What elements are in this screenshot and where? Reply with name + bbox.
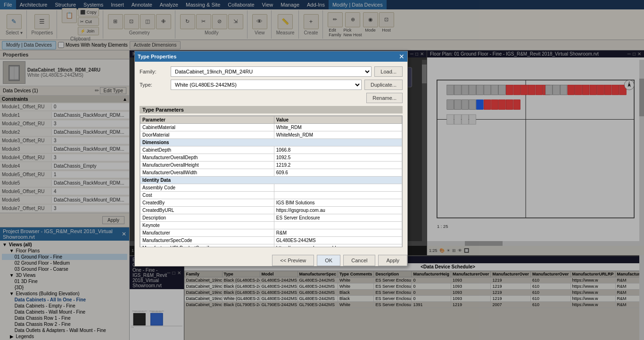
modal-param-name: CreatedByURL [140, 207, 274, 214]
type-properties-modal: Type Properties ✕ Family: DataCabinet_19… [134, 51, 408, 267]
modal-param-name: CreatedBy [140, 199, 274, 207]
modal-duplicate-btn[interactable]: Duplicate... [364, 80, 403, 90]
modal-param-row[interactable]: Identity Data [140, 177, 402, 184]
modal-param-row[interactable]: CabinetDepth1066.8 [140, 146, 402, 154]
modal-param-row[interactable]: Dimensions [140, 139, 402, 146]
modal-type-label: Type: [140, 82, 168, 88]
modal-param-name: ManufacturerOverallWidth [140, 169, 274, 177]
modal-param-value[interactable]: 1219.2 [274, 162, 402, 169]
modal-param-name: ManufacturerURLProductSpecif [140, 244, 274, 248]
modal-col-value: Value [274, 116, 402, 124]
modal-param-name: ManufacturerOverallHeight [140, 162, 274, 169]
modal-param-section-name: Identity Data [140, 177, 402, 184]
modal-param-name: Keynote [140, 222, 274, 229]
modal-param-value[interactable]: 609.6 [274, 169, 402, 177]
modal-rename-row: Rename... [140, 93, 403, 103]
modal-col-parameter: Parameter [140, 116, 274, 124]
modal-family-select[interactable]: DataCabinet_19inch_RDM_24RU [171, 66, 372, 77]
modal-params-scroll[interactable]: Parameter Value CabinetMaterialWhite_RDM… [140, 115, 403, 247]
modal-param-row[interactable]: CreatedByURLhttps://igsgroup.com.au [140, 207, 402, 214]
modal-body: Family: DataCabinet_19inch_RDM_24RU Load… [135, 62, 407, 252]
modal-param-value[interactable] [274, 184, 402, 192]
modal-param-value[interactable]: White_RDM [274, 124, 402, 131]
modal-load-btn[interactable]: Load... [374, 66, 403, 77]
modal-titlebar: Type Properties ✕ [135, 51, 407, 62]
modal-param-value[interactable]: 1092.5 [274, 154, 402, 162]
modal-param-value[interactable]: R&M [274, 229, 402, 237]
modal-type-row: Type: White (GL480ES-2442MS) Duplicate..… [140, 80, 403, 90]
modal-params-table: Parameter Value CabinetMaterialWhite_RDM… [140, 116, 402, 247]
modal-param-name: Manufacturer [140, 229, 274, 237]
modal-param-name: Assembly Code [140, 184, 274, 192]
modal-apply-btn[interactable]: Apply [378, 255, 407, 266]
modal-params-header-row: Parameter Value [140, 116, 402, 124]
modal-param-row[interactable]: ManufacturerSpecCodeGL480ES-2442MS [140, 237, 402, 244]
modal-param-value[interactable]: IGS BIM Solutions [274, 199, 402, 207]
modal-param-value[interactable]: WhiteMesh_RDM [274, 131, 402, 139]
modal-param-row[interactable]: DoorMaterialWhiteMesh_RDM [140, 131, 402, 139]
modal-params-body: CabinetMaterialWhite_RDMDoorMaterialWhit… [140, 124, 402, 248]
modal-footer: << Preview OK Cancel Apply [135, 252, 407, 266]
modal-param-row[interactable]: ManufacturerOverallDepth1092.5 [140, 154, 402, 162]
modal-param-name: Description [140, 214, 274, 222]
modal-family-label: Family: [140, 69, 168, 74]
modal-title: Type Properties [138, 54, 176, 59]
modal-overlay[interactable]: Type Properties ✕ Family: DataCabinet_19… [0, 0, 644, 340]
modal-ok-btn[interactable]: OK [317, 255, 340, 266]
modal-cancel-btn[interactable]: Cancel [343, 255, 375, 266]
modal-param-row[interactable]: CreatedByIGS BIM Solutions [140, 199, 402, 207]
modal-param-row[interactable]: Keynote [140, 222, 402, 229]
modal-type-params-label: Type Parameters [142, 107, 184, 113]
modal-param-row[interactable]: CabinetMaterialWhite_RDM [140, 124, 402, 131]
modal-param-value[interactable]: 1066.8 [274, 146, 402, 154]
modal-param-name: CabinetDepth [140, 146, 274, 154]
modal-param-row[interactable]: ManufacturerR&M [140, 229, 402, 237]
modal-param-row[interactable]: ManufacturerOverallWidth609.6 [140, 169, 402, 177]
modal-param-row[interactable]: ManufacturerOverallHeight1219.2 [140, 162, 402, 169]
modal-rename-btn[interactable]: Rename... [366, 93, 403, 103]
modal-type-params-header: Type Parameters [140, 106, 403, 113]
modal-param-name: Cost [140, 192, 274, 199]
modal-param-row[interactable]: ManufacturerURLProductSpecifhttps://www.… [140, 244, 402, 248]
modal-param-name: CabinetMaterial [140, 124, 274, 131]
modal-param-name: ManufacturerSpecCode [140, 237, 274, 244]
modal-param-value[interactable]: ES Server Enclosure [274, 214, 402, 222]
modal-param-value[interactable]: GL480ES-2442MS [274, 237, 402, 244]
modal-param-section-name: Dimensions [140, 139, 402, 146]
modal-param-value[interactable] [274, 222, 402, 229]
modal-preview-btn[interactable]: << Preview [272, 255, 314, 266]
modal-family-row: Family: DataCabinet_19inch_RDM_24RU Load… [140, 66, 403, 77]
modal-param-value[interactable]: https://igsgroup.com.au [274, 207, 402, 214]
modal-param-value[interactable]: https://www.verackyourworld.c [274, 244, 402, 248]
modal-param-name: ManufacturerOverallDepth [140, 154, 274, 162]
modal-type-select[interactable]: White (GL480ES-2442MS) [171, 80, 362, 90]
modal-param-row[interactable]: DescriptionES Server Enclosure [140, 214, 402, 222]
modal-param-value[interactable] [274, 192, 402, 199]
modal-param-row[interactable]: Cost [140, 192, 402, 199]
modal-param-name: DoorMaterial [140, 131, 274, 139]
modal-param-row[interactable]: Assembly Code [140, 184, 402, 192]
modal-close-btn[interactable]: ✕ [399, 53, 405, 60]
